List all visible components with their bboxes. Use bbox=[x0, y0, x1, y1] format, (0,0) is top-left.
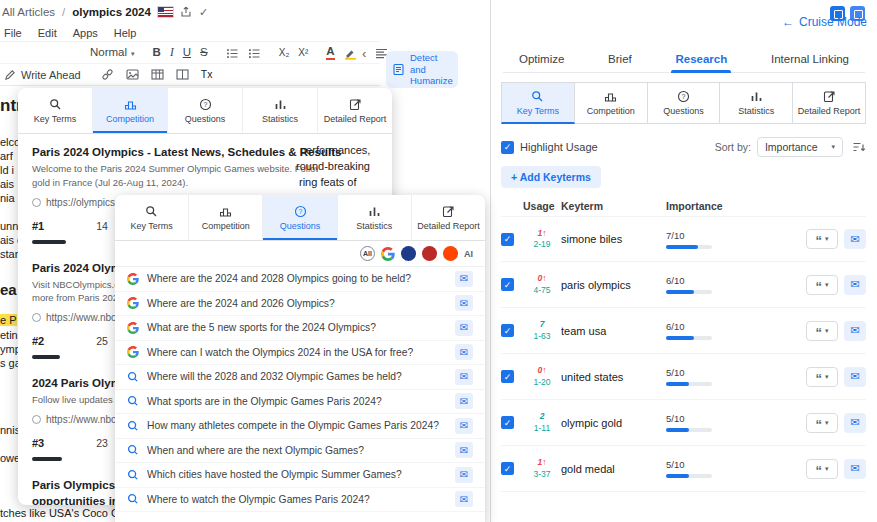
cruise-mode-link[interactable]: ← Cruise Mode bbox=[782, 15, 867, 29]
subtab-detailed-report[interactable]: Detailed Report bbox=[793, 82, 866, 124]
breadcrumb-all-articles[interactable]: All Articles bbox=[2, 6, 55, 18]
question-row[interactable]: Which cities have hosted the Olympic Sum… bbox=[115, 463, 485, 488]
share-icon[interactable] bbox=[180, 6, 192, 18]
subtab-competition[interactable]: Competition bbox=[575, 82, 648, 124]
menu-edit[interactable]: Edit bbox=[38, 27, 57, 39]
add-question-mail-button[interactable]: ✉ bbox=[455, 344, 473, 360]
sort-select[interactable]: Importance▾ bbox=[757, 137, 843, 157]
saved-check-icon[interactable]: ✓ bbox=[199, 6, 208, 19]
quote-dropdown-button[interactable]: “▾ bbox=[806, 459, 838, 479]
filter-reddit-icon[interactable] bbox=[443, 246, 458, 261]
subtab-competition[interactable]: Competition bbox=[189, 195, 263, 240]
image-icon[interactable] bbox=[126, 68, 139, 81]
add-question-mail-button[interactable]: ✉ bbox=[455, 442, 473, 458]
add-question-mail-button[interactable]: ✉ bbox=[455, 418, 473, 434]
filter-source-icon[interactable] bbox=[401, 246, 416, 261]
document-title[interactable]: olympics 2024 bbox=[72, 6, 151, 18]
add-keyterms-button[interactable]: + Add Keyterms bbox=[501, 166, 601, 188]
question-row[interactable]: Where are the 2024 and 2028 Olympics goi… bbox=[115, 267, 485, 292]
mail-button[interactable]: ✉ bbox=[844, 275, 866, 295]
add-question-mail-button[interactable]: ✉ bbox=[455, 320, 473, 336]
italic-button[interactable]: I bbox=[170, 47, 174, 59]
bullet-list-icon[interactable] bbox=[226, 47, 239, 60]
mail-button[interactable]: ✉ bbox=[844, 229, 866, 249]
filter-ai[interactable]: AI bbox=[464, 249, 473, 259]
question-row[interactable]: What sports are in the Olympic Games Par… bbox=[115, 390, 485, 415]
subtab-statistics[interactable]: Statistics bbox=[338, 195, 412, 240]
quote-dropdown-button[interactable]: “▾ bbox=[806, 413, 838, 433]
row-checkbox[interactable] bbox=[501, 324, 514, 337]
numbered-list-icon[interactable] bbox=[248, 47, 261, 60]
question-row[interactable]: What are the 5 new sports for the 2024 O… bbox=[115, 316, 485, 341]
document-fragment: ld i bbox=[0, 164, 14, 176]
question-row[interactable]: When and where are the next Olympic Game… bbox=[115, 439, 485, 464]
add-question-mail-button[interactable]: ✉ bbox=[455, 295, 473, 311]
question-row[interactable]: Where are the 2024 and 2026 Olympics? ✉ bbox=[115, 292, 485, 317]
underline-button[interactable]: U bbox=[183, 47, 191, 59]
subtab-detailed-report[interactable]: Detailed Report bbox=[318, 88, 392, 133]
question-row[interactable]: Where will the 2028 and 2032 Olympic Gam… bbox=[115, 365, 485, 390]
tab-optimize[interactable]: Optimize bbox=[519, 46, 564, 72]
mail-button[interactable]: ✉ bbox=[844, 367, 866, 387]
columns-icon[interactable] bbox=[176, 68, 189, 81]
quote-dropdown-button[interactable]: “▾ bbox=[806, 321, 838, 341]
subtab-statistics[interactable]: Statistics bbox=[720, 82, 793, 124]
add-question-mail-button[interactable]: ✉ bbox=[455, 393, 473, 409]
row-checkbox[interactable] bbox=[501, 233, 514, 246]
quote-dropdown-button[interactable]: “▾ bbox=[806, 367, 838, 387]
collapse-toolbar-chevron[interactable]: ‹ bbox=[362, 46, 366, 61]
filter-google-icon[interactable] bbox=[381, 247, 395, 261]
tab-brief[interactable]: Brief bbox=[608, 46, 632, 72]
link-icon[interactable] bbox=[101, 68, 114, 81]
question-row[interactable]: Where to watch the Olympic Games Paris 2… bbox=[115, 488, 485, 513]
quote-dropdown-button[interactable]: “▾ bbox=[806, 229, 838, 249]
strikethrough-button[interactable]: S bbox=[200, 47, 208, 59]
bold-button[interactable]: B bbox=[153, 47, 161, 59]
highlight-marker-icon[interactable] bbox=[344, 47, 357, 60]
table-icon[interactable] bbox=[151, 68, 164, 81]
paragraph-style-select[interactable]: Normal▾ bbox=[90, 47, 135, 59]
subtab-questions[interactable]: ? Questions bbox=[648, 82, 721, 124]
superscript-button[interactable]: X² bbox=[298, 48, 308, 58]
mail-button[interactable]: ✉ bbox=[844, 321, 866, 341]
mail-button[interactable]: ✉ bbox=[844, 459, 866, 479]
add-question-mail-button[interactable]: ✉ bbox=[455, 369, 473, 385]
question-row[interactable]: Where can I watch the Olympics 2024 in t… bbox=[115, 341, 485, 366]
row-checkbox[interactable] bbox=[501, 462, 514, 475]
document-fragment: nia bbox=[0, 192, 15, 204]
menu-file[interactable]: File bbox=[4, 27, 22, 39]
mail-button[interactable]: ✉ bbox=[844, 413, 866, 433]
text-color-button[interactable]: A bbox=[326, 46, 334, 61]
subtab-statistics[interactable]: Statistics bbox=[243, 88, 318, 133]
menu-apps[interactable]: Apps bbox=[73, 27, 98, 39]
filter-all[interactable]: All bbox=[360, 246, 375, 261]
row-checkbox[interactable] bbox=[501, 278, 514, 291]
podium-icon bbox=[604, 90, 617, 103]
question-row[interactable]: How many athletes compete in the Olympic… bbox=[115, 414, 485, 439]
write-ahead-button[interactable]: Write Ahead bbox=[0, 66, 89, 84]
sort-order-icon[interactable] bbox=[852, 140, 866, 154]
menu-help[interactable]: Help bbox=[114, 27, 137, 39]
subtab-detailed-report[interactable]: Detailed Report bbox=[412, 195, 485, 240]
filter-quora-icon[interactable] bbox=[422, 246, 437, 261]
detect-and-humanize-button[interactable]: Detect and Humanize bbox=[386, 51, 458, 88]
subtab-questions[interactable]: ? Questions bbox=[168, 88, 243, 133]
tab-internal-linking[interactable]: Internal Linking bbox=[771, 46, 849, 72]
highlight-usage-checkbox[interactable] bbox=[501, 141, 514, 154]
add-question-mail-button[interactable]: ✉ bbox=[455, 271, 473, 287]
quote-dropdown-button[interactable]: “▾ bbox=[806, 275, 838, 295]
result-metric-bar bbox=[32, 355, 60, 359]
add-question-mail-button[interactable]: ✉ bbox=[455, 467, 473, 483]
subtab-questions[interactable]: ? Questions bbox=[263, 195, 337, 240]
subtab-key-terms[interactable]: Key Terms bbox=[18, 88, 93, 133]
tab-research[interactable]: Research bbox=[675, 46, 727, 72]
clear-format-button[interactable]: Tx bbox=[201, 69, 213, 80]
add-question-mail-button[interactable]: ✉ bbox=[455, 491, 473, 507]
importance-cell: 5/10 bbox=[666, 367, 796, 386]
subtab-key-terms[interactable]: Key Terms bbox=[501, 82, 575, 124]
subtab-key-terms[interactable]: Key Terms bbox=[115, 195, 189, 240]
row-checkbox[interactable] bbox=[501, 416, 514, 429]
subscript-button[interactable]: X₂ bbox=[279, 48, 290, 58]
subtab-competition[interactable]: Competition bbox=[93, 88, 168, 133]
row-checkbox[interactable] bbox=[501, 370, 514, 383]
